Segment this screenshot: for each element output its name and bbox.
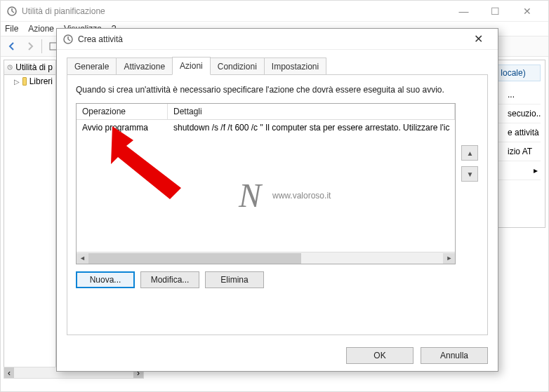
dialog-title: Crea attività [78,34,464,44]
svg-line-2 [12,11,14,13]
close-button[interactable]: ✕ [511,1,543,21]
tab-panel-actions: Quando si crea un'attività è necessario … [67,74,488,335]
tree-root-label: Utilità di p [15,62,53,72]
dialog-titlebar: Crea attività ✕ [57,29,498,50]
scroll-thumb[interactable] [88,253,301,264]
nav-forward-button[interactable] [22,38,39,55]
actions-listbox[interactable]: Operazione Dettagli Avvio programma shut… [76,103,456,264]
cancel-button[interactable]: Annulla [421,347,488,364]
main-window-title: Utilità di pianificazione [22,6,448,16]
dialog-footer: OK Annulla [346,347,488,364]
folder-icon [22,77,27,86]
toolbar-separator [41,39,42,53]
tab-conditions[interactable]: Condizioni [210,58,265,75]
clock-icon [7,62,13,72]
delete-button[interactable]: Elimina [205,271,264,288]
tab-general[interactable]: Generale [67,58,117,75]
svg-line-7 [10,67,11,68]
dialog-close-button[interactable]: ✕ [464,29,492,49]
scroll-track[interactable] [88,253,443,264]
column-operation[interactable]: Operazione [77,104,168,119]
action-buttons-row: Nuova... Modifica... Elimina [76,271,456,288]
tree-item-label: Libreri [29,76,53,86]
clock-icon [6,6,18,17]
tab-settings[interactable]: Impostazioni [264,58,326,75]
actions-item-label: izio AT [508,147,532,156]
maximize-button[interactable]: ☐ [479,1,511,21]
minimize-button[interactable]: — [448,1,479,21]
tree-item-library[interactable]: ▷ Libreri [4,75,55,88]
actions-item-label: secuzio... [508,109,541,119]
scroll-left-button[interactable]: ‹ [4,367,14,378]
move-down-button[interactable]: ▼ [461,166,478,182]
instruction-text: Quando si crea un'attività è necessario … [76,85,479,95]
menu-file[interactable]: File [5,24,18,34]
tab-triggers[interactable]: Attivazione [116,58,173,75]
list-horizontal-scrollbar[interactable]: ◄ ► [77,252,455,264]
scroll-right-button[interactable]: ► [443,253,455,264]
chevron-right-icon: ▸ [534,165,538,175]
tree-root[interactable]: Utilità di p [4,60,55,75]
move-up-button[interactable]: ▲ [461,145,478,161]
new-button[interactable]: Nuova... [76,271,135,288]
create-task-dialog: Crea attività ✕ Generale Attivazione Azi… [56,28,498,372]
window-controls: — ☐ ✕ [448,1,543,21]
cell-operation: Avvio programma [77,120,168,135]
ok-button[interactable]: OK [346,347,414,364]
tree-pane: Utilità di p ▷ Libreri [4,60,56,368]
list-header: Operazione Dettagli [77,104,455,120]
nav-back-button[interactable] [4,38,20,55]
actions-item-label: ... [508,90,515,100]
clock-icon [62,34,74,45]
column-details[interactable]: Dettagli [168,104,455,119]
tabstrip: Generale Attivazione Azioni Condizioni I… [57,50,498,75]
tab-actions[interactable]: Azioni [172,57,211,75]
actions-item-label: e attività [508,128,539,137]
main-titlebar: Utilità di pianificazione — ☐ ✕ [1,1,548,22]
svg-line-10 [68,39,70,41]
list-row[interactable]: Avvio programma shutdown /s /f /t 600 /c… [77,120,455,135]
scroll-left-button[interactable]: ◄ [77,253,88,264]
cell-details: shutdown /s /f /t 600 /c " Il computer s… [168,120,455,135]
expand-icon[interactable]: ▷ [14,78,20,86]
menu-action[interactable]: Azione [28,24,54,34]
edit-button[interactable]: Modifica... [140,271,199,288]
